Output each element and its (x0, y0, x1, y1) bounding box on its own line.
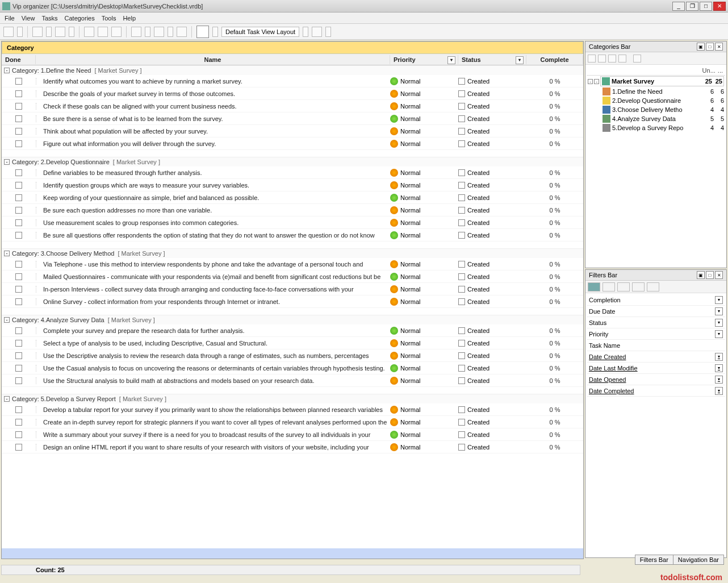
status-cell[interactable]: Created (458, 103, 526, 110)
task-row[interactable]: Identify question groups which are ways … (2, 179, 583, 191)
checkbox[interactable] (15, 377, 22, 384)
checkbox[interactable] (15, 90, 22, 97)
task-row[interactable]: In-person Interviews - collect survey da… (2, 283, 583, 295)
task-row[interactable]: Define variables to be measured through … (2, 166, 583, 179)
checkbox[interactable] (15, 273, 22, 280)
priority-cell[interactable]: Normal (390, 285, 458, 293)
tree-toggle-icon[interactable]: - (588, 79, 593, 84)
menu-categories[interactable]: Categories (65, 15, 95, 22)
task-row[interactable]: Figure out what information you will del… (2, 138, 583, 150)
checkbox[interactable] (15, 444, 22, 451)
filter-tb-icon[interactable] (647, 282, 659, 292)
tb-layout-icon[interactable] (196, 26, 209, 38)
col-complete[interactable]: Complete (526, 55, 583, 64)
status-cell[interactable]: Created (458, 232, 526, 239)
status-cell[interactable]: Created (458, 182, 526, 189)
task-row[interactable]: Be sure each question addresses no more … (2, 204, 583, 216)
cat-tb-icon[interactable] (618, 55, 626, 63)
tb-paste-icon[interactable] (111, 27, 122, 37)
task-row[interactable]: Use measurement scales to group response… (2, 216, 583, 229)
filter-row[interactable]: Task Name (587, 340, 725, 351)
priority-cell[interactable]: Normal (390, 260, 458, 268)
filter-tb-icon[interactable] (632, 282, 645, 292)
status-cell[interactable]: Created (458, 327, 526, 334)
tb-drop[interactable] (303, 27, 308, 37)
status-cell[interactable]: Created (458, 219, 526, 226)
task-row[interactable]: Create an in-depth survey report for str… (2, 416, 583, 428)
filter-row[interactable]: Date Last Modifie▾ (587, 363, 725, 374)
tree-item[interactable]: 4.Analyze Survey Data 5 5 (587, 114, 725, 123)
priority-cell[interactable]: Normal (390, 90, 458, 98)
priority-cell[interactable]: Normal (390, 431, 458, 439)
priority-cell[interactable]: Normal (390, 206, 458, 214)
tree-item[interactable]: 2.Develop Questionnaire 6 6 (587, 96, 725, 105)
priority-cell[interactable]: Normal (390, 77, 458, 85)
checkbox[interactable] (15, 365, 22, 372)
task-row[interactable]: Online Survey - collect information from… (2, 295, 583, 308)
task-row[interactable]: Via Telephone - use this method to inter… (2, 258, 583, 270)
priority-cell[interactable]: Normal (390, 352, 458, 360)
priority-cell[interactable]: Normal (390, 102, 458, 110)
panel-close-icon[interactable]: ✕ (715, 271, 723, 279)
menu-help[interactable]: Help (123, 15, 136, 22)
priority-cell[interactable]: Normal (390, 194, 458, 202)
status-cell[interactable]: Created (458, 78, 526, 85)
chevron-down-icon[interactable]: ▾ (715, 387, 723, 395)
priority-cell[interactable]: Normal (390, 140, 458, 148)
chevron-down-icon[interactable]: ▾ (447, 56, 455, 64)
tb-cut-icon[interactable] (84, 27, 94, 37)
status-cell[interactable]: Created (458, 352, 526, 359)
task-row[interactable]: Describe the goals of your market survey… (2, 88, 583, 100)
chevron-down-icon[interactable]: ▾ (715, 330, 723, 338)
group-header[interactable]: - Category: 4.Analyze Survey Data [ Mark… (2, 315, 583, 324)
panel-max-icon[interactable]: □ (706, 43, 714, 51)
filter-row[interactable]: Priority▾ (587, 328, 725, 340)
group-header[interactable]: - Category: 2.Develop Questionnaire [ Ma… (2, 157, 583, 166)
tb-drop[interactable] (69, 27, 74, 37)
chevron-down-icon[interactable]: ▾ (715, 307, 723, 315)
task-row[interactable]: Keep wording of your questionnaire as si… (2, 191, 583, 204)
tree-item[interactable]: 3.Choose Delivery Metho 4 4 (587, 105, 725, 114)
tab-navigation-bar[interactable]: Navigation Bar (673, 555, 724, 565)
checkbox[interactable] (15, 298, 22, 305)
col-priority[interactable]: Priority▾ (390, 55, 458, 64)
status-cell[interactable]: Created (458, 298, 526, 305)
priority-cell[interactable]: Normal (390, 443, 458, 451)
panel-pin-icon[interactable]: ▣ (697, 43, 705, 51)
checkbox[interactable] (15, 103, 22, 110)
task-row[interactable]: Be sure all questions offer respondents … (2, 229, 583, 241)
maximize-button[interactable]: □ (700, 2, 712, 11)
task-row[interactable]: Design an online HTML report if you want… (2, 441, 583, 453)
tb-btn-icon[interactable] (154, 27, 164, 37)
chevron-down-icon[interactable]: ▾ (715, 296, 723, 304)
filter-row[interactable]: Date Opened▾ (587, 374, 725, 385)
tb-new-drop[interactable] (17, 27, 23, 37)
task-row[interactable]: Be sure there is a sense of what is to b… (2, 113, 583, 125)
cat-tb-icon[interactable] (588, 55, 596, 63)
checkbox[interactable] (15, 261, 22, 268)
menu-tasks[interactable]: Tasks (41, 15, 57, 22)
priority-cell[interactable]: Normal (390, 298, 458, 306)
task-row[interactable]: Mailed Questionnaires - communicate with… (2, 270, 583, 283)
status-cell[interactable]: Created (458, 377, 526, 384)
close-button[interactable]: ✕ (713, 2, 726, 11)
checkbox[interactable] (15, 406, 22, 413)
filter-row[interactable]: Due Date▾ (587, 306, 725, 317)
chevron-down-icon[interactable]: ▾ (715, 364, 723, 372)
priority-cell[interactable]: Normal (390, 418, 458, 426)
checkbox[interactable] (15, 140, 22, 147)
tree-toggle-icon[interactable]: - (594, 79, 599, 84)
status-cell[interactable]: Created (458, 140, 526, 147)
task-row[interactable]: Write a summary about your survey if the… (2, 428, 583, 441)
tb-new-icon[interactable] (3, 27, 14, 37)
selection-row[interactable] (2, 548, 583, 559)
status-cell[interactable]: Created (458, 207, 526, 214)
tb-btn-icon[interactable] (177, 27, 187, 37)
priority-cell[interactable]: Normal (390, 127, 458, 135)
panel-max-icon[interactable]: □ (706, 271, 714, 279)
tb-drop[interactable] (325, 27, 331, 37)
status-cell[interactable]: Created (458, 90, 526, 97)
cat-tb-icon[interactable] (608, 55, 616, 63)
status-cell[interactable]: Created (458, 444, 526, 451)
category-band[interactable]: Category (2, 41, 583, 54)
